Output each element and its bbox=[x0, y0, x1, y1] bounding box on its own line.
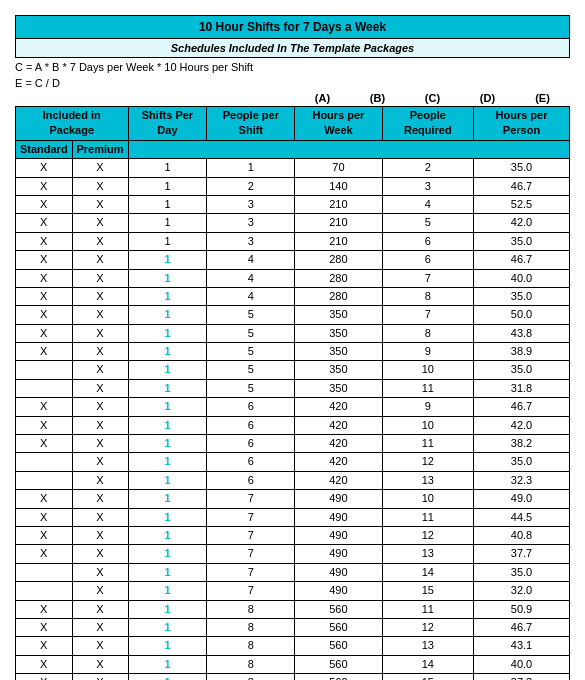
table-row: XX185601343.1 bbox=[16, 637, 570, 655]
cell-hpp: 43.8 bbox=[474, 324, 570, 342]
cell-premium: X bbox=[72, 416, 128, 434]
cell-pr: 15 bbox=[382, 674, 473, 680]
table-row: X164201235.0 bbox=[16, 453, 570, 471]
formula1: C = A * B * 7 Days per Week * 10 Hours p… bbox=[15, 58, 570, 74]
cell-hpw: 140 bbox=[295, 177, 382, 195]
cell-shifts: 1 bbox=[128, 582, 207, 600]
table-row: XX185601150.9 bbox=[16, 600, 570, 618]
table-row: XX12140346.7 bbox=[16, 177, 570, 195]
cell-hpw: 280 bbox=[295, 287, 382, 305]
cell-pr: 7 bbox=[382, 269, 473, 287]
cell-shifts: 1 bbox=[128, 232, 207, 250]
cell-standard: X bbox=[16, 526, 73, 544]
cell-premium: X bbox=[72, 526, 128, 544]
cell-standard: X bbox=[16, 343, 73, 361]
cell-hpp: 46.7 bbox=[474, 618, 570, 636]
cell-pps: 6 bbox=[207, 398, 295, 416]
cell-standard bbox=[16, 453, 73, 471]
table-row: XX174901144.5 bbox=[16, 508, 570, 526]
cell-hpw: 560 bbox=[295, 618, 382, 636]
table-row: X164201332.3 bbox=[16, 471, 570, 489]
cell-shifts: 1 bbox=[128, 490, 207, 508]
cell-premium: X bbox=[72, 343, 128, 361]
cell-hpw: 350 bbox=[295, 361, 382, 379]
cell-standard: X bbox=[16, 159, 73, 177]
cell-pr: 15 bbox=[382, 582, 473, 600]
cell-shifts: 1 bbox=[128, 214, 207, 232]
table-row: XX16420946.7 bbox=[16, 398, 570, 416]
cell-standard bbox=[16, 361, 73, 379]
cell-hpp: 50.9 bbox=[474, 600, 570, 618]
cell-pps: 4 bbox=[207, 287, 295, 305]
cell-premium: X bbox=[72, 251, 128, 269]
cell-hpw: 560 bbox=[295, 600, 382, 618]
cell-hpp: 42.0 bbox=[474, 214, 570, 232]
table-row: XX13210635.0 bbox=[16, 232, 570, 250]
cell-premium: X bbox=[72, 674, 128, 680]
cell-shifts: 1 bbox=[128, 471, 207, 489]
cell-pr: 10 bbox=[382, 416, 473, 434]
cell-hpp: 52.5 bbox=[474, 195, 570, 213]
cell-pr: 6 bbox=[382, 232, 473, 250]
cell-hpw: 420 bbox=[295, 471, 382, 489]
cell-hpw: 420 bbox=[295, 453, 382, 471]
cell-pps: 2 bbox=[207, 177, 295, 195]
table-row: XX174901337.7 bbox=[16, 545, 570, 563]
cell-standard: X bbox=[16, 545, 73, 563]
header-hpp: Hours per Person bbox=[474, 107, 570, 141]
cell-pr: 12 bbox=[382, 453, 473, 471]
table-row: X174901532.0 bbox=[16, 582, 570, 600]
header-shifts: Shifts Per Day bbox=[128, 107, 207, 141]
cell-hpp: 38.2 bbox=[474, 435, 570, 453]
sub-title: Schedules Included In The Template Packa… bbox=[15, 39, 570, 58]
table-row: XX174901049.0 bbox=[16, 490, 570, 508]
cell-hpp: 46.7 bbox=[474, 251, 570, 269]
cell-hpp: 40.0 bbox=[474, 655, 570, 673]
schedule-table: Included in Package Shifts Per Day Peopl… bbox=[15, 106, 570, 680]
cell-shifts: 1 bbox=[128, 508, 207, 526]
cell-premium: X bbox=[72, 214, 128, 232]
table-row: X153501131.8 bbox=[16, 379, 570, 397]
cell-hpw: 350 bbox=[295, 306, 382, 324]
cell-hpw: 210 bbox=[295, 214, 382, 232]
cell-hpw: 490 bbox=[295, 582, 382, 600]
cell-hpp: 38.9 bbox=[474, 343, 570, 361]
cell-hpw: 210 bbox=[295, 232, 382, 250]
cell-shifts: 1 bbox=[128, 361, 207, 379]
cell-standard: X bbox=[16, 324, 73, 342]
cell-standard bbox=[16, 563, 73, 581]
cell-standard: X bbox=[16, 177, 73, 195]
table-row: XX174901240.8 bbox=[16, 526, 570, 544]
cell-hpw: 560 bbox=[295, 674, 382, 680]
cell-standard: X bbox=[16, 251, 73, 269]
main-title: 10 Hour Shifts for 7 Days a Week bbox=[15, 15, 570, 39]
cell-hpp: 37.3 bbox=[474, 674, 570, 680]
cell-standard: X bbox=[16, 490, 73, 508]
cell-pr: 4 bbox=[382, 195, 473, 213]
cell-shifts: 1 bbox=[128, 287, 207, 305]
cell-pr: 11 bbox=[382, 379, 473, 397]
cell-premium: X bbox=[72, 287, 128, 305]
table-row: XX13210542.0 bbox=[16, 214, 570, 232]
table-row: XX14280646.7 bbox=[16, 251, 570, 269]
cell-hpw: 490 bbox=[295, 526, 382, 544]
cell-premium: X bbox=[72, 159, 128, 177]
cell-pps: 5 bbox=[207, 306, 295, 324]
cell-hpw: 210 bbox=[295, 195, 382, 213]
cell-hpp: 46.7 bbox=[474, 177, 570, 195]
cell-hpw: 70 bbox=[295, 159, 382, 177]
cell-pr: 5 bbox=[382, 214, 473, 232]
cell-pps: 7 bbox=[207, 526, 295, 544]
cell-premium: X bbox=[72, 563, 128, 581]
cell-hpp: 35.0 bbox=[474, 287, 570, 305]
cell-pr: 11 bbox=[382, 508, 473, 526]
cell-pr: 3 bbox=[382, 177, 473, 195]
cell-hpp: 40.0 bbox=[474, 269, 570, 287]
cell-pps: 5 bbox=[207, 324, 295, 342]
cell-pps: 8 bbox=[207, 655, 295, 673]
cell-premium: X bbox=[72, 618, 128, 636]
cell-premium: X bbox=[72, 582, 128, 600]
cell-shifts: 1 bbox=[128, 563, 207, 581]
cell-hpw: 490 bbox=[295, 508, 382, 526]
cell-standard: X bbox=[16, 435, 73, 453]
